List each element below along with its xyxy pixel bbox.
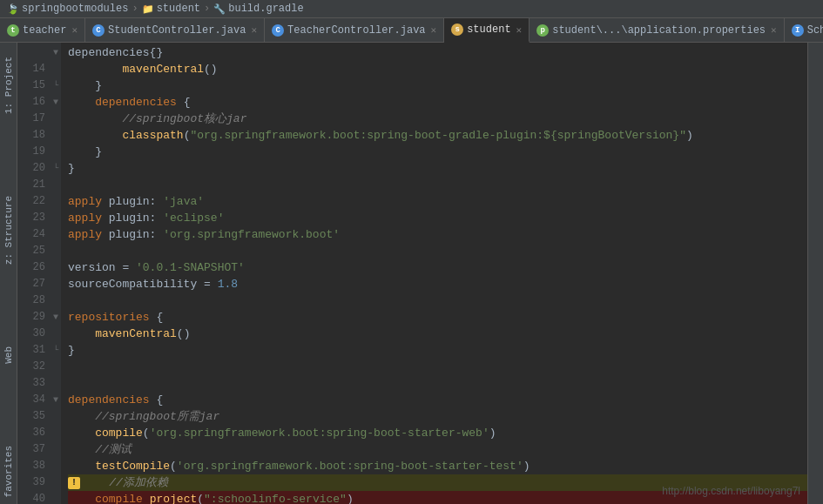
code-line-17: //springboot核心jar [68, 111, 807, 127]
tab-studentcontroller[interactable]: C StudentController.java ✕ [85, 18, 265, 42]
code-line-34: dependencies { [68, 392, 807, 408]
code-line-32 [68, 359, 807, 375]
tab-close-teachercontroller[interactable]: ✕ [431, 24, 437, 36]
tab-appprops[interactable]: p student\...\application.properties ✕ [530, 18, 784, 42]
tab-icon-appprops: p [536, 24, 549, 37]
code-line-27: sourceCompatibility = 1.8 [68, 276, 807, 292]
tab-schoolservice[interactable]: I SchoolService.java ✕ [785, 18, 823, 42]
code-line-24: apply plugin: 'org.springframework.boot' [68, 226, 807, 243]
breadcrumb: 🍃 springbootmodules › 📁 student › 🔧 buil… [0, 0, 823, 18]
tab-student[interactable]: s student ✕ [444, 18, 530, 43]
sidebar-favorites-label[interactable]: favorites [3, 439, 14, 504]
code-line-28 [68, 292, 807, 309]
sidebar-web-label[interactable]: Web [3, 339, 14, 371]
code-line-35: //springboot所需jar [68, 408, 807, 425]
left-sidebar: 1: Project z: Structure Web favorites [0, 43, 17, 504]
tab-icon-teachercontroller: C [272, 24, 284, 37]
fold-close-31[interactable]: └ [51, 342, 61, 359]
sidebar-structure-label[interactable]: z: Structure [3, 189, 14, 272]
code-line-16: dependencies { [68, 94, 807, 111]
editor-wrapper: 14 15 16 17 18 19 20 21 22 23 24 25 26 2… [17, 43, 807, 504]
code-line-38: testCompile('org.springframework.boot:sp… [68, 458, 807, 474]
fold-open-34[interactable]: ▼ [51, 392, 61, 408]
code-line-18: classpath("org.springframework.boot:spri… [68, 127, 807, 144]
code-line-37: //测试 [68, 441, 807, 458]
warning-icon-39: ! [68, 477, 80, 489]
code-line-20: } [68, 160, 807, 177]
right-sidebar [807, 43, 823, 504]
code-line-fold-header: dependencies{} [68, 44, 807, 61]
line-numbers: 14 15 16 17 18 19 20 21 22 23 24 25 26 2… [17, 43, 51, 504]
code-line-29: repositories { [68, 309, 807, 326]
tab-icon-studentcontroller: C [92, 24, 105, 37]
breadcrumb-springbootmodules[interactable]: 🍃 springbootmodules [7, 3, 128, 15]
fold-close-20[interactable]: └ [51, 160, 61, 177]
tab-close-teacher[interactable]: ✕ [71, 24, 78, 36]
breadcrumb-student[interactable]: 📁 student [142, 3, 200, 15]
fold-gutter: ▼ └ ▼ └ ▼ └ [51, 43, 61, 504]
tab-close-appprops[interactable]: ✕ [771, 24, 777, 36]
fold-close-15[interactable]: └ [51, 77, 61, 94]
tab-close-studentcontroller[interactable]: ✕ [251, 24, 257, 36]
watermark: http://blog.csdn.net/liboyang7l [662, 485, 800, 497]
code-area: 14 15 16 17 18 19 20 21 22 23 24 25 26 2… [17, 43, 807, 504]
gradle-icon: 🔧 [213, 3, 226, 15]
tab-close-student[interactable]: ✕ [516, 24, 523, 36]
code-line-25 [68, 243, 807, 259]
tab-teachercontroller[interactable]: C TeacherController.java ✕ [265, 18, 444, 42]
tab-icon-student: s [451, 24, 463, 36]
fold-btn-top[interactable]: ▼ [51, 44, 61, 61]
code-content[interactable]: dependencies{} mavenCentral() } dependen… [61, 43, 807, 504]
fold-open-29[interactable]: ▼ [51, 309, 61, 326]
sidebar-project-label[interactable]: 1: Project [3, 50, 14, 121]
code-line-22: apply plugin: 'java' [68, 193, 807, 210]
spring-icon: 🍃 [7, 3, 19, 15]
code-line-30: mavenCentral() [68, 326, 807, 342]
code-line-14: mavenCentral() [68, 61, 807, 77]
code-line-15: } [68, 77, 807, 94]
main-area: 1: Project z: Structure Web favorites 14… [0, 43, 823, 504]
tab-icon-schoolservice: I [792, 24, 804, 37]
code-line-31: } [68, 342, 807, 359]
tab-teacher[interactable]: t teacher ✕ [0, 18, 85, 42]
code-line-23: apply plugin: 'eclipse' [68, 210, 807, 226]
code-line-36: compile('org.springframework.boot:spring… [68, 425, 807, 441]
tab-icon-teacher: t [7, 24, 19, 37]
folder-icon: 📁 [142, 3, 154, 15]
breadcrumb-buildgradle[interactable]: 🔧 build.gradle [213, 3, 303, 15]
code-line-26: version = '0.0.1-SNAPSHOT' [68, 259, 807, 276]
code-line-33 [68, 375, 807, 392]
code-line-19: } [68, 144, 807, 160]
code-line-21 [68, 177, 807, 193]
fold-open-16[interactable]: ▼ [51, 94, 61, 111]
tab-bar: t teacher ✕ C StudentController.java ✕ C… [0, 18, 823, 43]
